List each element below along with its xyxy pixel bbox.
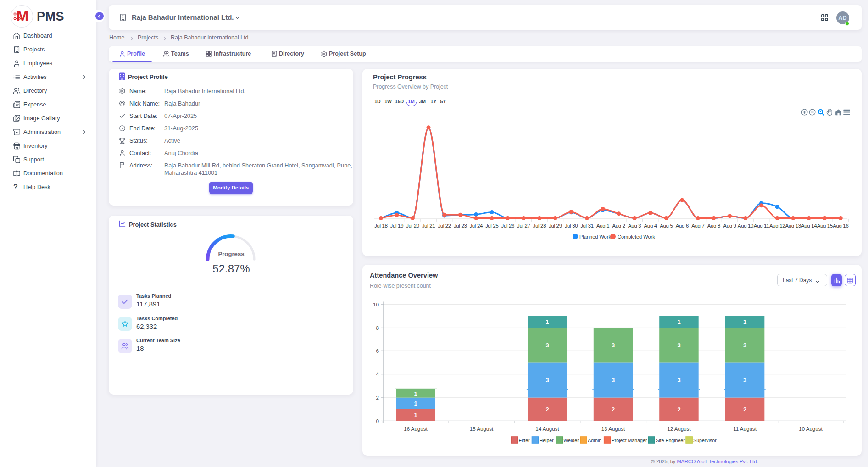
svg-text:Supervisor: Supervisor <box>693 438 717 443</box>
svg-text:1: 1 <box>414 390 417 397</box>
svg-text:2: 2 <box>545 406 549 413</box>
svg-text:15 August: 15 August <box>470 426 494 432</box>
svg-text:3: 3 <box>677 342 680 349</box>
svg-text:Aug 15: Aug 15 <box>817 223 833 228</box>
svg-text:1: 1 <box>414 411 417 418</box>
svg-text:11 August: 11 August <box>733 426 757 432</box>
svg-text:1: 1 <box>677 318 680 325</box>
svg-text:Aug 2: Aug 2 <box>612 223 625 228</box>
svg-text:Aug 13: Aug 13 <box>785 223 801 228</box>
svg-text:Aug 3: Aug 3 <box>628 223 641 228</box>
svg-text:Aug 5: Aug 5 <box>660 223 673 228</box>
svg-text:2: 2 <box>612 406 615 413</box>
svg-text:3: 3 <box>545 377 549 384</box>
svg-text:Aug 8: Aug 8 <box>707 223 720 228</box>
svg-text:Aug 4: Aug 4 <box>644 223 657 228</box>
svg-text:Jul 24: Jul 24 <box>469 223 483 228</box>
svg-text:Aug 10: Aug 10 <box>738 223 753 228</box>
svg-text:Planned Work: Planned Work <box>579 234 611 239</box>
svg-text:Aug 9: Aug 9 <box>723 223 736 228</box>
svg-text:Completed Work: Completed Work <box>618 234 655 239</box>
svg-text:Jul 29: Jul 29 <box>549 223 562 228</box>
svg-text:Project Manager: Project Manager <box>612 438 647 443</box>
svg-text:4: 4 <box>376 371 379 378</box>
svg-text:Aug 16: Aug 16 <box>833 223 848 228</box>
svg-text:Aug 11: Aug 11 <box>754 223 769 228</box>
svg-text:10: 10 <box>373 301 379 308</box>
svg-text:Fitter: Fitter <box>519 438 530 443</box>
svg-text:Site Engineer: Site Engineer <box>656 438 685 443</box>
svg-text:Jul 25: Jul 25 <box>485 223 499 228</box>
svg-text:0: 0 <box>376 418 379 424</box>
svg-text:3: 3 <box>743 377 746 384</box>
svg-text:Jul 28: Jul 28 <box>533 223 546 228</box>
svg-text:2: 2 <box>677 406 680 413</box>
svg-text:3: 3 <box>545 342 549 349</box>
svg-text:3: 3 <box>612 377 615 384</box>
svg-text:16 August: 16 August <box>404 426 428 432</box>
svg-text:1: 1 <box>545 318 549 325</box>
svg-text:Jul 30: Jul 30 <box>565 223 578 228</box>
svg-text:Jul 19: Jul 19 <box>390 223 404 228</box>
svg-text:1: 1 <box>414 400 417 407</box>
svg-text:Jul 23: Jul 23 <box>454 223 467 228</box>
svg-text:M: M <box>17 8 29 24</box>
svg-text:Aug 14: Aug 14 <box>801 223 817 228</box>
svg-text:10 August: 10 August <box>799 426 823 432</box>
svg-text:Jul 27: Jul 27 <box>517 223 530 228</box>
svg-text:3: 3 <box>743 342 746 349</box>
svg-text:2: 2 <box>376 395 379 401</box>
svg-text:Aug 6: Aug 6 <box>676 223 689 228</box>
svg-text:Jul 21: Jul 21 <box>422 223 435 228</box>
svg-text:Aug 7: Aug 7 <box>691 223 704 228</box>
svg-text:2: 2 <box>743 406 746 413</box>
svg-text:12 August: 12 August <box>667 426 691 432</box>
svg-text:Jul 31: Jul 31 <box>580 223 594 228</box>
svg-text:Jul 20: Jul 20 <box>406 223 419 228</box>
svg-text:13 August: 13 August <box>601 426 625 432</box>
svg-text:Jul 26: Jul 26 <box>501 223 514 228</box>
svg-text:Welder: Welder <box>563 438 579 443</box>
svg-text:Aug 12: Aug 12 <box>769 223 785 228</box>
svg-text:1: 1 <box>743 318 746 325</box>
svg-text:3: 3 <box>677 377 680 384</box>
svg-text:Jul 22: Jul 22 <box>438 223 451 228</box>
svg-text:Aug 1: Aug 1 <box>596 223 609 228</box>
svg-text:14 August: 14 August <box>535 426 559 432</box>
svg-text:Jul 18: Jul 18 <box>374 223 388 228</box>
svg-text:6: 6 <box>376 348 379 354</box>
svg-text:3: 3 <box>612 342 615 349</box>
svg-text:8: 8 <box>376 325 379 331</box>
svg-text:Admin: Admin <box>588 438 601 443</box>
svg-text:Helper: Helper <box>540 438 554 443</box>
